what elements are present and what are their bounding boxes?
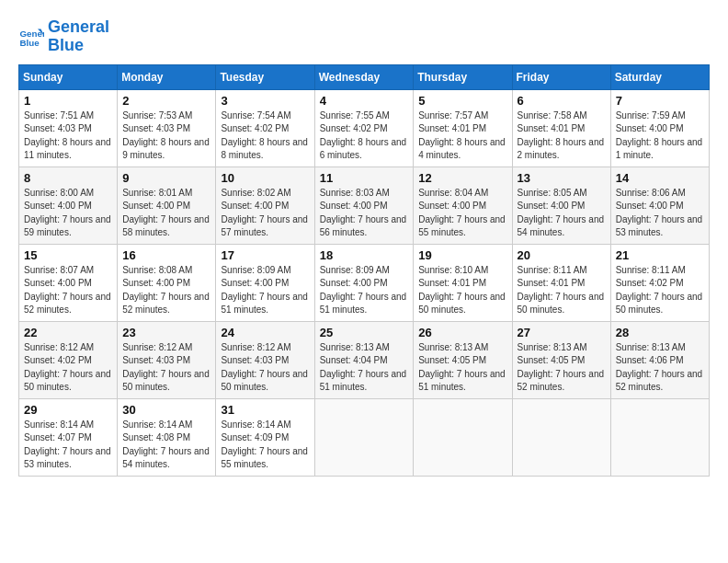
calendar-cell: 9Sunrise: 8:01 AMSunset: 4:00 PMDaylight… xyxy=(118,167,216,244)
day-number: 14 xyxy=(616,171,704,185)
day-header-friday: Friday xyxy=(512,64,610,89)
calendar-cell: 22Sunrise: 8:12 AMSunset: 4:02 PMDayligh… xyxy=(19,321,118,398)
day-number: 15 xyxy=(24,248,112,262)
day-detail: Sunrise: 8:13 AMSunset: 4:06 PMDaylight:… xyxy=(616,341,704,395)
day-detail: Sunrise: 8:09 AMSunset: 4:00 PMDaylight:… xyxy=(320,264,409,317)
calendar-cell: 2Sunrise: 7:53 AMSunset: 4:03 PMDaylight… xyxy=(118,89,216,167)
calendar-cell xyxy=(414,398,512,476)
day-header-thursday: Thursday xyxy=(414,64,512,89)
calendar-cell: 29Sunrise: 8:14 AMSunset: 4:07 PMDayligh… xyxy=(19,398,118,476)
day-detail: Sunrise: 7:57 AMSunset: 4:01 PMDaylight:… xyxy=(418,109,506,163)
calendar-cell: 25Sunrise: 8:13 AMSunset: 4:04 PMDayligh… xyxy=(314,321,414,398)
day-number: 13 xyxy=(518,171,606,185)
day-detail: Sunrise: 8:02 AMSunset: 4:00 PMDaylight:… xyxy=(221,187,309,240)
day-number: 10 xyxy=(221,171,309,185)
day-number: 4 xyxy=(320,94,409,108)
day-detail: Sunrise: 8:08 AMSunset: 4:00 PMDaylight:… xyxy=(122,264,210,317)
day-detail: Sunrise: 8:01 AMSunset: 4:00 PMDaylight:… xyxy=(122,187,210,240)
calendar-cell: 17Sunrise: 8:09 AMSunset: 4:00 PMDayligh… xyxy=(216,244,314,321)
day-detail: Sunrise: 7:54 AMSunset: 4:02 PMDaylight:… xyxy=(221,109,309,163)
calendar-cell: 12Sunrise: 8:04 AMSunset: 4:00 PMDayligh… xyxy=(414,167,512,244)
day-number: 31 xyxy=(221,403,309,417)
day-detail: Sunrise: 8:04 AMSunset: 4:00 PMDaylight:… xyxy=(418,187,506,240)
day-detail: Sunrise: 8:00 AMSunset: 4:00 PMDaylight:… xyxy=(24,187,112,240)
day-number: 6 xyxy=(518,94,606,108)
logo: General Blue General Blue xyxy=(18,18,109,55)
day-number: 2 xyxy=(122,94,210,108)
day-number: 1 xyxy=(24,94,112,108)
day-header-wednesday: Wednesday xyxy=(314,64,414,89)
calendar-cell: 3Sunrise: 7:54 AMSunset: 4:02 PMDaylight… xyxy=(216,89,314,167)
day-detail: Sunrise: 8:11 AMSunset: 4:02 PMDaylight:… xyxy=(616,264,704,317)
day-detail: Sunrise: 8:11 AMSunset: 4:01 PMDaylight:… xyxy=(518,264,606,317)
day-detail: Sunrise: 8:12 AMSunset: 4:02 PMDaylight:… xyxy=(24,341,112,395)
day-detail: Sunrise: 7:51 AMSunset: 4:03 PMDaylight:… xyxy=(24,109,112,163)
day-number: 3 xyxy=(221,94,309,108)
day-detail: Sunrise: 8:14 AMSunset: 4:07 PMDaylight:… xyxy=(24,419,112,472)
calendar-cell: 15Sunrise: 8:07 AMSunset: 4:00 PMDayligh… xyxy=(19,244,118,321)
day-header-sunday: Sunday xyxy=(19,64,118,89)
day-detail: Sunrise: 8:05 AMSunset: 4:00 PMDaylight:… xyxy=(518,187,606,240)
svg-text:Blue: Blue xyxy=(19,38,40,48)
calendar-cell: 31Sunrise: 8:14 AMSunset: 4:09 PMDayligh… xyxy=(216,398,314,476)
day-number: 11 xyxy=(320,171,409,185)
page-header: General Blue General Blue xyxy=(18,18,710,55)
calendar-cell: 21Sunrise: 8:11 AMSunset: 4:02 PMDayligh… xyxy=(610,244,709,321)
logo-text: General Blue xyxy=(48,18,109,55)
day-number: 12 xyxy=(418,171,506,185)
calendar-cell: 4Sunrise: 7:55 AMSunset: 4:02 PMDaylight… xyxy=(314,89,414,167)
day-detail: Sunrise: 8:03 AMSunset: 4:00 PMDaylight:… xyxy=(320,187,409,240)
day-number: 16 xyxy=(122,248,210,262)
calendar-cell: 23Sunrise: 8:12 AMSunset: 4:03 PMDayligh… xyxy=(118,321,216,398)
calendar-header-row: SundayMondayTuesdayWednesdayThursdayFrid… xyxy=(19,64,710,89)
day-detail: Sunrise: 7:55 AMSunset: 4:02 PMDaylight:… xyxy=(320,109,409,163)
day-detail: Sunrise: 8:14 AMSunset: 4:08 PMDaylight:… xyxy=(122,419,210,472)
day-detail: Sunrise: 8:14 AMSunset: 4:09 PMDaylight:… xyxy=(221,419,309,472)
calendar-week-row: 1Sunrise: 7:51 AMSunset: 4:03 PMDaylight… xyxy=(19,89,710,167)
calendar-cell: 1Sunrise: 7:51 AMSunset: 4:03 PMDaylight… xyxy=(19,89,118,167)
day-detail: Sunrise: 8:10 AMSunset: 4:01 PMDaylight:… xyxy=(418,264,506,317)
day-detail: Sunrise: 8:07 AMSunset: 4:00 PMDaylight:… xyxy=(24,264,112,317)
calendar-cell xyxy=(610,398,709,476)
day-number: 5 xyxy=(418,94,506,108)
calendar-cell: 8Sunrise: 8:00 AMSunset: 4:00 PMDaylight… xyxy=(19,167,118,244)
calendar-cell: 26Sunrise: 8:13 AMSunset: 4:05 PMDayligh… xyxy=(414,321,512,398)
day-detail: Sunrise: 8:12 AMSunset: 4:03 PMDaylight:… xyxy=(122,341,210,395)
day-detail: Sunrise: 7:53 AMSunset: 4:03 PMDaylight:… xyxy=(122,109,210,163)
day-number: 19 xyxy=(418,248,506,262)
day-number: 27 xyxy=(518,326,606,339)
calendar-cell: 30Sunrise: 8:14 AMSunset: 4:08 PMDayligh… xyxy=(118,398,216,476)
day-detail: Sunrise: 8:13 AMSunset: 4:05 PMDaylight:… xyxy=(418,341,506,395)
calendar-cell: 13Sunrise: 8:05 AMSunset: 4:00 PMDayligh… xyxy=(512,167,610,244)
calendar-cell: 19Sunrise: 8:10 AMSunset: 4:01 PMDayligh… xyxy=(414,244,512,321)
calendar-cell: 14Sunrise: 8:06 AMSunset: 4:00 PMDayligh… xyxy=(610,167,709,244)
calendar-cell: 11Sunrise: 8:03 AMSunset: 4:00 PMDayligh… xyxy=(314,167,414,244)
calendar-week-row: 8Sunrise: 8:00 AMSunset: 4:00 PMDaylight… xyxy=(19,167,710,244)
day-number: 9 xyxy=(122,171,210,185)
day-detail: Sunrise: 8:06 AMSunset: 4:00 PMDaylight:… xyxy=(616,187,704,240)
day-number: 7 xyxy=(616,94,704,108)
day-number: 22 xyxy=(24,326,112,339)
calendar-table: SundayMondayTuesdayWednesdayThursdayFrid… xyxy=(18,64,710,477)
day-detail: Sunrise: 7:58 AMSunset: 4:01 PMDaylight:… xyxy=(518,109,606,163)
calendar-week-row: 29Sunrise: 8:14 AMSunset: 4:07 PMDayligh… xyxy=(19,398,710,476)
calendar-cell: 27Sunrise: 8:13 AMSunset: 4:05 PMDayligh… xyxy=(512,321,610,398)
day-detail: Sunrise: 8:13 AMSunset: 4:04 PMDaylight:… xyxy=(320,341,409,395)
calendar-cell: 5Sunrise: 7:57 AMSunset: 4:01 PMDaylight… xyxy=(414,89,512,167)
calendar-cell: 16Sunrise: 8:08 AMSunset: 4:00 PMDayligh… xyxy=(118,244,216,321)
day-detail: Sunrise: 8:09 AMSunset: 4:00 PMDaylight:… xyxy=(221,264,309,317)
calendar-cell: 7Sunrise: 7:59 AMSunset: 4:00 PMDaylight… xyxy=(610,89,709,167)
calendar-cell: 6Sunrise: 7:58 AMSunset: 4:01 PMDaylight… xyxy=(512,89,610,167)
day-number: 21 xyxy=(616,248,704,262)
calendar-cell: 28Sunrise: 8:13 AMSunset: 4:06 PMDayligh… xyxy=(610,321,709,398)
day-number: 8 xyxy=(24,171,112,185)
day-number: 24 xyxy=(221,326,309,339)
day-detail: Sunrise: 8:13 AMSunset: 4:05 PMDaylight:… xyxy=(518,341,606,395)
day-number: 23 xyxy=(122,326,210,339)
logo-icon: General Blue xyxy=(18,24,44,50)
day-number: 20 xyxy=(518,248,606,262)
calendar-cell: 10Sunrise: 8:02 AMSunset: 4:00 PMDayligh… xyxy=(216,167,314,244)
day-header-monday: Monday xyxy=(118,64,216,89)
calendar-cell xyxy=(314,398,414,476)
calendar-week-row: 22Sunrise: 8:12 AMSunset: 4:02 PMDayligh… xyxy=(19,321,710,398)
